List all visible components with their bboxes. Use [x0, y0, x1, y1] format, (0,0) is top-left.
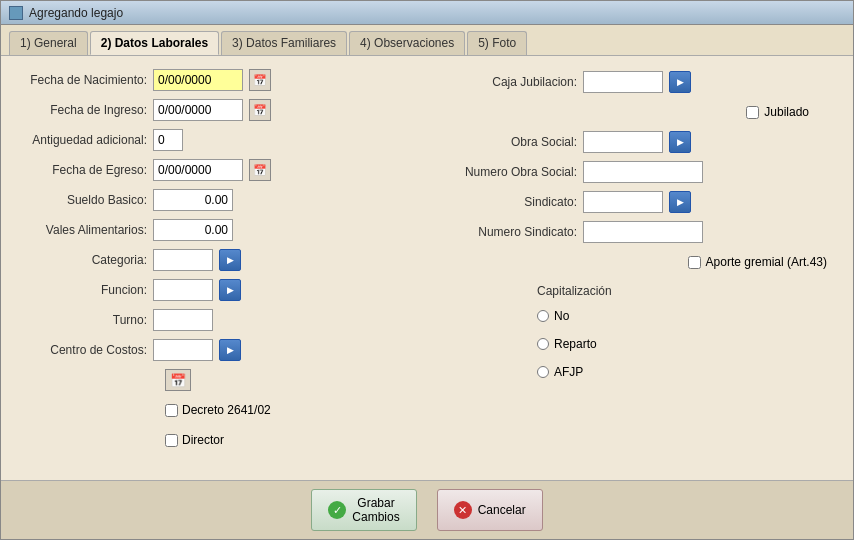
cap-no-label: No	[554, 309, 569, 323]
caja-jubilacion-row: Caja Jubilacion:	[437, 70, 837, 94]
obra-social-arrow-btn[interactable]	[669, 131, 691, 153]
aporte-gremial-checkbox[interactable]	[688, 256, 701, 269]
cap-reparto-row: Reparto	[537, 332, 837, 356]
fecha-nacimiento-row: Fecha de Nacimiento: 📅	[17, 68, 417, 92]
jubilado-row: Jubilado	[437, 100, 837, 124]
caja-jubilacion-label: Caja Jubilacion:	[437, 75, 577, 89]
fecha-egreso-input[interactable]	[153, 159, 243, 181]
caja-jubilacion-input[interactable]	[583, 71, 663, 93]
funcion-row: Funcion:	[17, 278, 417, 302]
cancelar-button[interactable]: ✕ Cancelar	[437, 489, 543, 531]
grabar-icon: ✓	[328, 501, 346, 519]
title-bar: Agregando legajo	[1, 1, 853, 25]
tab-general[interactable]: 1) General	[9, 31, 88, 55]
numero-obra-social-input[interactable]	[583, 161, 703, 183]
sueldo-label: Sueldo Basico:	[17, 193, 147, 207]
tab-datos-familiares[interactable]: 3) Datos Familiares	[221, 31, 347, 55]
fecha-nacimiento-label: Fecha de Nacimiento:	[17, 73, 147, 87]
centro-costos-arrow-btn[interactable]	[219, 339, 241, 361]
fecha-egreso-label: Fecha de Egreso:	[17, 163, 147, 177]
categoria-arrow-btn[interactable]	[219, 249, 241, 271]
cap-afjp-row: AFJP	[537, 360, 837, 384]
categoria-row: Categoria:	[17, 248, 417, 272]
funcion-input[interactable]	[153, 279, 213, 301]
sindicato-input[interactable]	[583, 191, 663, 213]
decreto-checkbox[interactable]	[165, 404, 178, 417]
cap-reparto-label: Reparto	[554, 337, 597, 351]
sindicato-label: Sindicato:	[437, 195, 577, 209]
fecha-ingreso-calendar-btn[interactable]: 📅	[249, 99, 271, 121]
right-panel: Caja Jubilacion: Jubilado Obra Social: N…	[437, 68, 837, 468]
extra-calendar-row: 📅	[17, 368, 417, 392]
tab-observaciones[interactable]: 4) Observaciones	[349, 31, 465, 55]
extra-calendar-btn[interactable]: 📅	[165, 369, 191, 391]
obra-social-label: Obra Social:	[437, 135, 577, 149]
cap-no-radio[interactable]	[537, 310, 549, 322]
cap-no-row: No	[537, 304, 837, 328]
centro-costos-row: Centro de Costos:	[17, 338, 417, 362]
obra-social-row: Obra Social:	[437, 130, 837, 154]
fecha-nacimiento-calendar-btn[interactable]: 📅	[249, 69, 271, 91]
cap-reparto-radio[interactable]	[537, 338, 549, 350]
turno-label: Turno:	[17, 313, 147, 327]
sueldo-row: Sueldo Basico:	[17, 188, 417, 212]
left-panel: Fecha de Nacimiento: 📅 Fecha de Ingreso:…	[17, 68, 417, 468]
tab-bar: 1) General 2) Datos Laborales 3) Datos F…	[1, 25, 853, 56]
jubilado-checkbox[interactable]	[746, 106, 759, 119]
aporte-gremial-label: Aporte gremial (Art.43)	[706, 255, 827, 269]
content-area: Fecha de Nacimiento: 📅 Fecha de Ingreso:…	[1, 56, 853, 480]
cap-afjp-radio[interactable]	[537, 366, 549, 378]
turno-row: Turno:	[17, 308, 417, 332]
grabar-button[interactable]: ✓ Grabar Cambios	[311, 489, 416, 531]
numero-obra-social-row: Numero Obra Social:	[437, 160, 837, 184]
sindicato-row: Sindicato:	[437, 190, 837, 214]
window-title: Agregando legajo	[29, 6, 123, 20]
funcion-arrow-btn[interactable]	[219, 279, 241, 301]
director-label: Director	[182, 433, 224, 447]
vales-label: Vales Alimentarios:	[17, 223, 147, 237]
sindicato-arrow-btn[interactable]	[669, 191, 691, 213]
centro-costos-label: Centro de Costos:	[17, 343, 147, 357]
tab-datos-laborales[interactable]: 2) Datos Laborales	[90, 31, 219, 55]
antiguedad-label: Antiguedad adicional:	[17, 133, 147, 147]
obra-social-input[interactable]	[583, 131, 663, 153]
fecha-ingreso-input[interactable]	[153, 99, 243, 121]
cap-afjp-label: AFJP	[554, 365, 583, 379]
director-row: Director	[17, 428, 417, 452]
numero-sindicato-label: Numero Sindicato:	[437, 225, 577, 239]
tab-foto[interactable]: 5) Foto	[467, 31, 527, 55]
centro-costos-input[interactable]	[153, 339, 213, 361]
jubilado-label: Jubilado	[764, 105, 809, 119]
director-checkbox[interactable]	[165, 434, 178, 447]
grabar-label: Grabar Cambios	[352, 496, 399, 524]
main-window: Agregando legajo 1) General 2) Datos Lab…	[0, 0, 854, 540]
categoria-label: Categoria:	[17, 253, 147, 267]
categoria-input[interactable]	[153, 249, 213, 271]
antiguedad-input[interactable]	[153, 129, 183, 151]
footer: ✓ Grabar Cambios ✕ Cancelar	[1, 480, 853, 539]
vales-row: Vales Alimentarios:	[17, 218, 417, 242]
turno-input[interactable]	[153, 309, 213, 331]
numero-sindicato-row: Numero Sindicato:	[437, 220, 837, 244]
numero-sindicato-input[interactable]	[583, 221, 703, 243]
numero-obra-social-label: Numero Obra Social:	[437, 165, 577, 179]
window-icon	[9, 6, 23, 20]
aporte-gremial-row: Aporte gremial (Art.43)	[437, 250, 837, 274]
capitalizacion-label: Capitalización	[537, 284, 837, 298]
fecha-nacimiento-input[interactable]	[153, 69, 243, 91]
vales-input[interactable]	[153, 219, 233, 241]
fecha-egreso-calendar-btn[interactable]: 📅	[249, 159, 271, 181]
decreto-label: Decreto 2641/02	[182, 403, 271, 417]
fecha-egreso-row: Fecha de Egreso: 📅	[17, 158, 417, 182]
caja-jubilacion-arrow-btn[interactable]	[669, 71, 691, 93]
decreto-row: Decreto 2641/02	[17, 398, 417, 422]
antiguedad-row: Antiguedad adicional:	[17, 128, 417, 152]
cancelar-icon: ✕	[454, 501, 472, 519]
funcion-label: Funcion:	[17, 283, 147, 297]
fecha-ingreso-label: Fecha de Ingreso:	[17, 103, 147, 117]
sueldo-input[interactable]	[153, 189, 233, 211]
cancelar-label: Cancelar	[478, 503, 526, 517]
fecha-ingreso-row: Fecha de Ingreso: 📅	[17, 98, 417, 122]
